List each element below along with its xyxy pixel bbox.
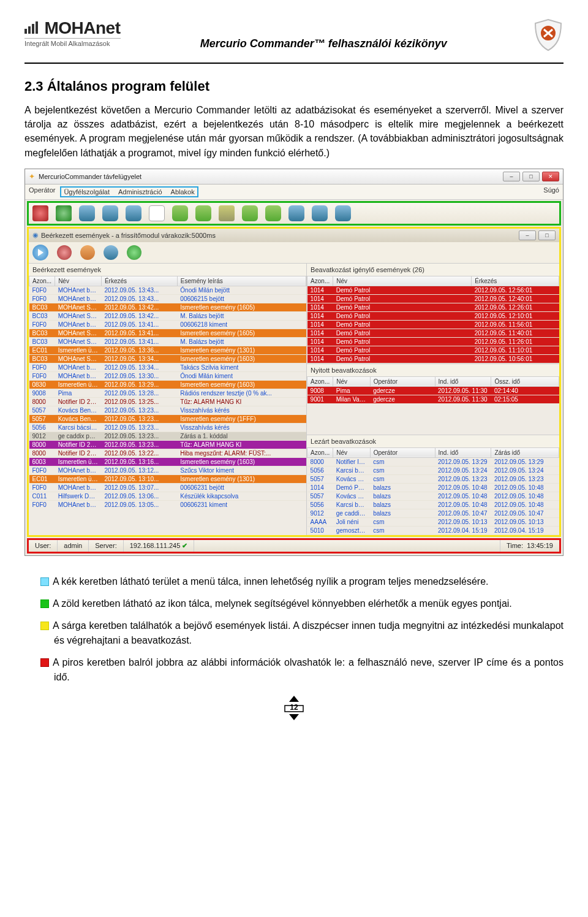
table-row[interactable]: 9001Milan Vario Medcaregdercze2012.09.05… <box>307 395 559 403</box>
col-nev[interactable]: Név <box>55 276 102 286</box>
sub-icon-stop[interactable] <box>57 245 72 260</box>
col-ossz-ido[interactable]: Össz. idő <box>491 376 559 386</box>
table-row[interactable]: F0F0MOHAnet bejár...2012.09.05. 13:05...… <box>29 500 306 509</box>
maximize-button[interactable]: □ <box>522 172 540 181</box>
table-row[interactable]: 1014Demó Patrol2012.09.05. 11:40:01 <box>307 329 559 337</box>
col-zaras-ido[interactable]: Zárás idő <box>491 447 559 457</box>
toolbar-icon-calendar[interactable] <box>149 205 165 221</box>
toolbar-icon-group-3[interactable] <box>242 205 258 221</box>
col-nev[interactable]: Név <box>333 376 370 386</box>
col-azon[interactable]: Azon... <box>307 276 333 286</box>
table-row[interactable]: 5056Karcsi bácsi Me...2012.09.05. 13:23.… <box>29 423 306 432</box>
close-button[interactable]: ✕ <box>542 172 559 181</box>
table-row[interactable]: 5056Karcsi bácsi MedCarebalazs2012.09.05… <box>307 500 559 509</box>
toolbar-icon-group-1[interactable] <box>172 205 188 221</box>
table-row[interactable]: F0F0MOHAnet bejár...2012.09.05. 13:12...… <box>29 466 306 474</box>
menu-ugyfelszolgalat[interactable]: Ügyfélszolgálat <box>64 188 110 196</box>
menu-ablakok[interactable]: Ablakok <box>171 188 195 196</box>
table-row[interactable]: 1014Demó Patrol2012.09.05. 11:26:01 <box>307 337 559 346</box>
sub-icon-people[interactable] <box>104 245 118 260</box>
minimize-button[interactable]: – <box>503 172 520 181</box>
table-row[interactable]: BC03MOHAnet Supp...2012.09.05. 13:41...M… <box>29 337 306 346</box>
table-row[interactable]: 5057Kovács Bendegúz Jár...balazs2012.09.… <box>307 492 559 500</box>
table-row[interactable]: 1014Demó Patrol2012.09.05. 12:10:01 <box>307 311 559 320</box>
table-row[interactable]: 1014Demó Patrol2012.09.05. 10:56:01 <box>307 354 559 363</box>
sub-icon-home[interactable] <box>80 245 95 260</box>
col-nev[interactable]: Név <box>333 276 472 286</box>
table-row[interactable]: F0F0MOHAnet bejár...2012.09.05. 13:43...… <box>29 294 306 303</box>
table-row[interactable]: 1014Demó Patrol2012.09.05. 11:56:01 <box>307 320 559 329</box>
toolbar-icon-user-1[interactable] <box>79 205 95 221</box>
table-row[interactable]: F0F0MOHAnet bejár...2012.09.05. 13:34...… <box>29 363 306 371</box>
table-row[interactable]: 6003Ismeretlen ügyfél2012.09.05. 13:16..… <box>29 457 306 466</box>
status-user-label: User: <box>29 540 58 552</box>
table-row[interactable]: C011Hilfswerk Demo...2012.09.05. 13:06..… <box>29 492 306 500</box>
table-row[interactable]: 5010gemoszteszt1csm2012.09.04. 15:192012… <box>307 526 559 535</box>
toolbar-icon-group-6[interactable] <box>312 205 328 221</box>
col-ind-ido[interactable]: Ind. idő <box>435 447 491 457</box>
col-nev[interactable]: Név <box>333 447 370 457</box>
table-row[interactable]: 5057Kovács Bendeg...2012.09.05. 13:23...… <box>29 406 306 414</box>
incoming-events-table[interactable]: Azon... Név Érkezés Esemény leírás F0F0M… <box>29 276 306 509</box>
toolbar-icon-1[interactable] <box>32 205 48 221</box>
table-row[interactable]: BC03MOHAnet Supp...2012.09.05. 13:42...M… <box>29 311 306 320</box>
table-row[interactable]: F0F0MOHAnet bejár...2012.09.05. 13:07...… <box>29 483 306 492</box>
toolbar-icon-group-4[interactable] <box>265 205 281 221</box>
col-azon[interactable]: Azon... <box>307 376 333 386</box>
table-row[interactable]: BC03MOHAnet Supp...2012.09.05. 13:41...I… <box>29 329 306 337</box>
toolbar-icon-group-2[interactable] <box>195 205 211 221</box>
table-row[interactable]: F0F0MOHAnet bejár...2012.09.05. 13:30...… <box>29 371 306 380</box>
closed-interventions-table[interactable]: Azon... Név Operátor Ind. idő Zárás idő … <box>307 447 559 535</box>
table-row[interactable]: 1014Demó Patrolbalazs2012.09.05. 10:4820… <box>307 483 559 492</box>
table-row[interactable]: 5056Karcsi bácsi MedCarecsm2012.09.05. 1… <box>307 466 559 474</box>
table-row[interactable]: 8000Notifier ID 200 t...2012.09.05. 13:2… <box>29 449 306 457</box>
table-row[interactable]: 8000Notifier ID 200 t...2012.09.05. 13:2… <box>29 397 306 406</box>
table-row[interactable]: EC01Ismeretlen ügyfél2012.09.05. 13:36..… <box>29 346 306 354</box>
table-row[interactable]: 8000Notifier ID 200 t...2012.09.05. 13:2… <box>29 440 306 449</box>
table-row[interactable]: 9008Pimagdercze2012.09.05. 11:3002:14:40 <box>307 386 559 395</box>
table-row[interactable]: EC01Ismeretlen ügyfél2012.09.05. 13:10..… <box>29 474 306 483</box>
col-erkezes[interactable]: Érkezés <box>101 276 177 286</box>
menu-adminisztracio[interactable]: Adminisztráció <box>118 188 162 196</box>
table-row[interactable]: 0830Ismeretlen ügyfél2012.09.05. 13:29..… <box>29 380 306 389</box>
table-row[interactable]: 5057Kovács Bendeg...2012.09.05. 13:23...… <box>29 414 306 423</box>
play-button[interactable] <box>32 245 48 261</box>
toolbar-icon-group-5[interactable] <box>288 205 304 221</box>
col-operator[interactable]: Operátor <box>370 447 435 457</box>
toolbar-icon-user-2[interactable] <box>102 205 118 221</box>
col-leiras[interactable]: Esemény leírás <box>177 276 306 286</box>
table-row[interactable]: 9012ge caddix panel...2012.09.05. 13:23.… <box>29 432 306 440</box>
window-titlebar[interactable]: ✦ MercurioCommander távfelügyelet – □ ✕ <box>25 169 563 185</box>
subwindow-title: Beérkezett események - a frissítőmodul v… <box>41 232 216 239</box>
table-row[interactable]: BC03MOHAnet Supp...2012.09.05. 13:42...I… <box>29 303 306 311</box>
table-row[interactable]: BC03MOHAnet Supp...2012.09.05. 13:34...I… <box>29 354 306 363</box>
col-erkezes[interactable]: Érkezés <box>472 276 559 286</box>
table-row[interactable]: 5057Kovács Bendegúz Jár...csm2012.09.05.… <box>307 474 559 483</box>
toolbar-icon-lock[interactable] <box>219 205 235 221</box>
subwindow-titlebar[interactable]: ◉ Beérkezett események - a frissítőmodul… <box>29 229 559 242</box>
col-azon[interactable]: Azon... <box>307 447 333 457</box>
table-row[interactable]: AAAAJoli nénicsm2012.09.05. 10:132012.09… <box>307 517 559 526</box>
sub-maximize-button[interactable]: □ <box>538 230 556 240</box>
toolbar-icon-2[interactable] <box>56 205 72 221</box>
table-row[interactable]: 1014Demó Patrol2012.09.05. 12:26:01 <box>307 303 559 311</box>
table-row[interactable]: F0F0MOHAnet bejár...2012.09.05. 13:41...… <box>29 320 306 329</box>
table-row[interactable]: 1014Demó Patrol2012.09.05. 12:56:01 <box>307 286 559 294</box>
table-row[interactable]: 9012ge caddix panelenbalazs2012.09.05. 1… <box>307 509 559 517</box>
menu-operator[interactable]: Operátor <box>29 186 55 197</box>
sub-minimize-button[interactable]: – <box>519 230 536 240</box>
intervention-events-table[interactable]: Azon... Név Érkezés 1014Demó Patrol2012.… <box>307 276 559 363</box>
sub-icon-refresh[interactable] <box>127 245 141 260</box>
menu-sugo[interactable]: Súgó <box>543 186 559 197</box>
table-row[interactable]: F0F0MOHAnet bejár...2012.09.05. 13:43...… <box>29 286 306 294</box>
table-row[interactable]: 8000Notifier ID 200 tűzjelzőcsm2012.09.0… <box>307 457 559 466</box>
toolbar-icon-group-7[interactable] <box>335 205 351 221</box>
open-interventions-table[interactable]: Azon... Név Operátor Ind. idő Össz. idő … <box>307 376 559 404</box>
table-row[interactable]: 1014Demó Patrol2012.09.05. 11:10:01 <box>307 346 559 354</box>
table-row[interactable]: 9008Pima2012.09.05. 13:28...Rádiós rends… <box>29 389 306 397</box>
col-ind-ido[interactable]: Ind. idő <box>435 376 491 386</box>
table-row[interactable]: 1014Demó Patrol2012.09.05. 12:40:01 <box>307 294 559 303</box>
toolbar-icon-user-3[interactable] <box>126 205 141 221</box>
col-operator[interactable]: Operátor <box>370 376 435 386</box>
col-azon[interactable]: Azon... <box>29 276 55 286</box>
